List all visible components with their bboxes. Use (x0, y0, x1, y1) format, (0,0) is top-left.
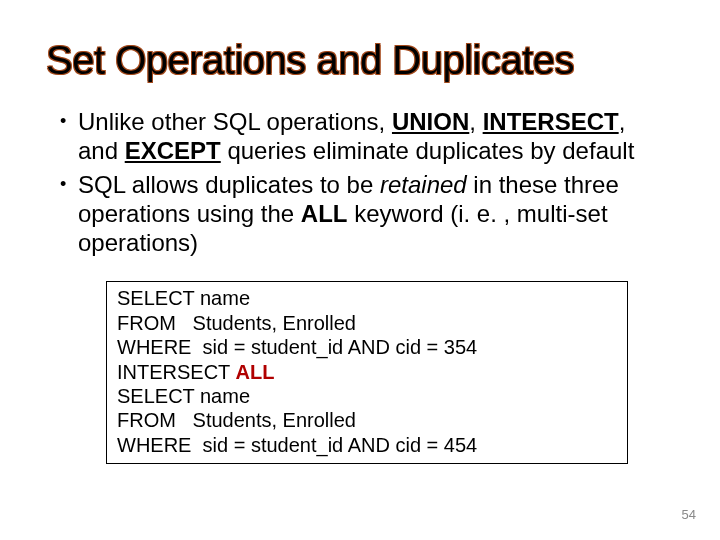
text-run: , (469, 108, 482, 135)
code-line: WHERE sid = student_id AND cid = 354 (117, 335, 617, 359)
text-run: queries eliminate duplicates by default (221, 137, 635, 164)
emphasis-retained: retained (380, 171, 467, 198)
slide: Set Operations and Duplicates Unlike oth… (0, 0, 720, 540)
text-run: SQL allows duplicates to be (78, 171, 380, 198)
keyword-all-highlight: ALL (236, 361, 275, 383)
keyword-except: EXCEPT (125, 137, 221, 164)
sql-code-box: SELECT name FROM Students, Enrolled WHER… (106, 281, 628, 464)
slide-title: Set Operations and Duplicates (46, 38, 680, 83)
keyword-union: UNION (392, 108, 469, 135)
keyword-intersect: INTERSECT (483, 108, 619, 135)
bullet-item: Unlike other SQL operations, UNION, INTE… (60, 107, 670, 166)
bullet-list: Unlike other SQL operations, UNION, INTE… (40, 107, 680, 257)
bullet-item: SQL allows duplicates to be retained in … (60, 170, 670, 258)
code-line: SELECT name (117, 384, 617, 408)
code-line: FROM Students, Enrolled (117, 311, 617, 335)
code-line: WHERE sid = student_id AND cid = 454 (117, 433, 617, 457)
keyword-all: ALL (301, 200, 348, 227)
page-number: 54 (682, 507, 696, 522)
text-run: Unlike other SQL operations, (78, 108, 392, 135)
code-line: SELECT name (117, 286, 617, 310)
code-line: FROM Students, Enrolled (117, 408, 617, 432)
text-run: INTERSECT (117, 361, 236, 383)
code-line: INTERSECT ALL (117, 360, 617, 384)
